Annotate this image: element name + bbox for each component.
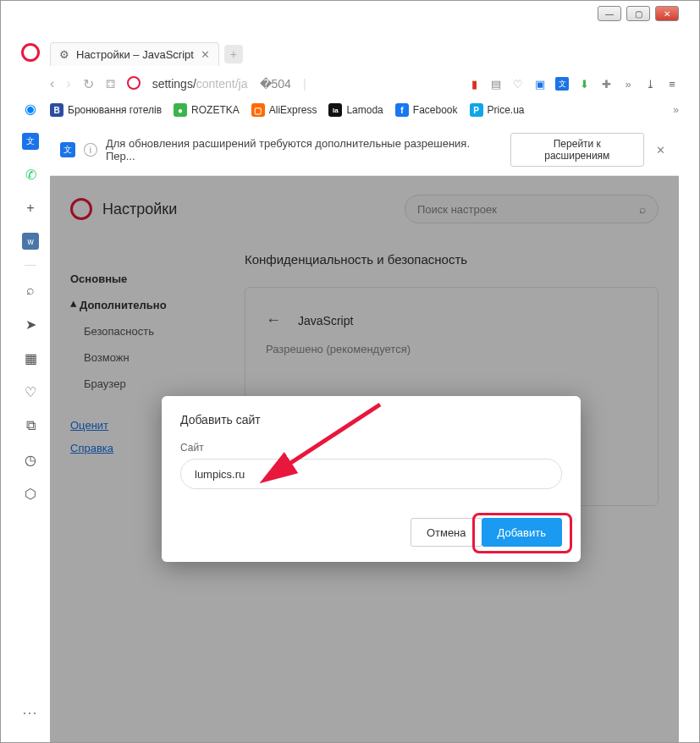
back-button[interactable]: ‹ — [50, 76, 54, 91]
bookmark-icon[interactable]: ▮ — [467, 77, 481, 91]
save-icon[interactable]: ▣ — [533, 77, 547, 91]
send-icon[interactable]: ➤ — [21, 315, 40, 333]
gear-icon: ⚙ — [59, 48, 69, 61]
add-messenger-button[interactable]: + — [21, 199, 40, 217]
search-icon[interactable]: ⌕ — [21, 281, 40, 300]
shield-icon[interactable]: ♡ — [511, 77, 525, 91]
history-icon[interactable]: ◷ — [21, 450, 40, 469]
vk-icon[interactable]: w — [22, 233, 39, 250]
downloads-button[interactable]: ⤓ — [643, 77, 657, 91]
close-window-button[interactable]: ✕ — [655, 6, 679, 21]
download-icon[interactable]: ⬇ — [577, 77, 591, 91]
bookmark-item[interactable]: ▢AliExpress — [251, 103, 317, 117]
dismiss-notification-button[interactable]: ✕ — [653, 144, 669, 157]
maximize-button[interactable]: ▢ — [626, 6, 650, 21]
tab-bar: ⚙ Настройки – JavaScript ✕ + — [50, 40, 679, 69]
add-button[interactable]: Добавить — [482, 518, 562, 547]
site-input[interactable] — [180, 459, 562, 489]
reload-button[interactable]: ↻ — [83, 76, 94, 92]
content-area: 文 i Для обновления расширений требуются … — [50, 124, 679, 729]
translate-icon[interactable]: 文 — [22, 133, 39, 150]
overflow-icon[interactable]: » — [621, 77, 635, 91]
bookmark-item[interactable]: laLamoda — [328, 103, 383, 117]
cancel-button[interactable]: Отмена — [411, 518, 482, 547]
page-icon[interactable]: ▤ — [489, 77, 503, 91]
bookmark-item[interactable]: PPrice.ua — [470, 103, 525, 117]
left-rail: ◉ 文 ✆ + w ⌕ ➤ ▦ ♡ ⧉ ◷ ⬡ ⋯ — [16, 40, 45, 729]
easy-setup-icon[interactable]: ≡ — [665, 77, 679, 91]
close-tab-button[interactable]: ✕ — [201, 48, 210, 61]
messenger-icon[interactable]: ◉ — [21, 99, 40, 118]
cube-icon[interactable]: ⬡ — [21, 484, 40, 503]
forward-button[interactable]: › — [66, 76, 70, 91]
extensions-icon[interactable]: ✚ — [599, 77, 613, 91]
tab-title: Настройки – JavaScript — [76, 48, 194, 61]
heart-icon[interactable]: ♡ — [21, 383, 40, 401]
tab-settings[interactable]: ⚙ Настройки – JavaScript ✕ — [50, 42, 219, 66]
go-to-extensions-button[interactable]: Перейти к расширениям — [510, 133, 644, 167]
notification-text: Для обновления расширений требуются допо… — [106, 137, 502, 162]
bookmarks-overflow-button[interactable]: » — [673, 104, 679, 116]
translate-notice-icon: 文 — [60, 142, 75, 157]
bookmark-item[interactable]: ●ROZETKA — [174, 103, 240, 117]
bookmark-item[interactable]: ВБронювання готелів — [50, 103, 162, 117]
minimize-button[interactable]: — — [598, 6, 621, 21]
rail-more-icon[interactable]: ⋯ — [22, 703, 39, 729]
field-label: Сайт — [180, 442, 562, 454]
add-site-modal: Добавить сайт Сайт Отмена Добавить — [162, 396, 581, 562]
whatsapp-icon[interactable]: ✆ — [21, 165, 40, 184]
speed-dial-icon[interactable]: ▦ — [21, 349, 40, 367]
toolbar-right-icons: ▮ ▤ ♡ ▣ 文 ⬇ ✚ » ⤓ ≡ — [467, 77, 679, 91]
site-identity-icon[interactable] — [127, 76, 141, 92]
snapshot-icon[interactable]: ⧉ — [21, 416, 40, 435]
info-icon: i — [84, 143, 97, 157]
new-tab-button[interactable]: + — [224, 45, 243, 63]
opera-logo-icon[interactable] — [21, 43, 40, 62]
modal-title: Добавить сайт — [180, 413, 562, 427]
address-bar: ‹ › ↻ ⚃ settings/content/ja �504 | ▮ ▤ ♡… — [50, 69, 679, 99]
camera-icon[interactable]: �504 — [260, 77, 291, 91]
window-controls: — ▢ ✕ — [598, 6, 679, 21]
translate-toolbar-icon[interactable]: 文 — [555, 77, 569, 91]
speed-dial-button[interactable]: ⚃ — [106, 78, 115, 91]
url-text[interactable]: settings/content/ja — [152, 77, 248, 91]
notification-bar: 文 i Для обновления расширений требуются … — [50, 124, 679, 176]
bookmark-item[interactable]: fFacebook — [395, 103, 458, 117]
bookmarks-bar: ВБронювання готелів ●ROZETKA ▢AliExpress… — [50, 99, 679, 121]
